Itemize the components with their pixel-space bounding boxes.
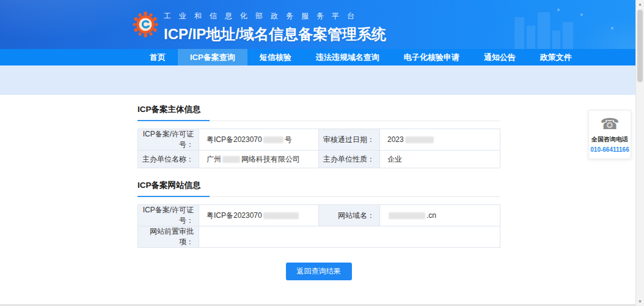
nav-item-icp-query[interactable]: ICP备案查询 (178, 49, 247, 65)
platform-title: 工业和信息化部政务服务平台 (164, 11, 386, 21)
website-license-label: ICP备案/许可证号： (138, 205, 199, 226)
website-license-prefix: 粤ICP备2023070 (207, 211, 262, 220)
website-license-value: 粤ICP备2023070 (199, 205, 319, 226)
nav-item-home[interactable]: 首页 (137, 49, 178, 65)
redacted-text (389, 212, 425, 219)
subject-info-section-head: ICP备案主体信息 (137, 103, 500, 121)
org-name-label: 主办单位名称： (138, 151, 199, 168)
header: 工业和信息化部政务服务平台 ICP/IP地址/域名信息备案管理系统 (0, 0, 644, 49)
contact-label: 全国咨询电话 (589, 135, 631, 144)
subject-license-suffix: 号 (285, 135, 292, 144)
header-decoration (574, 18, 644, 49)
website-info-table: ICP备案/许可证号： 粤ICP备2023070 网站域名： .cn 网站前置审… (137, 204, 500, 248)
pre-approval-label: 网站前置审批项： (138, 226, 199, 248)
website-info-title: ICP备案网站信息 (137, 181, 201, 190)
system-title: ICP/IP地址/域名信息备案管理系统 (164, 24, 386, 44)
domain-suffix: .cn (426, 211, 436, 220)
main-content: ICP备案主体信息 ICP备案/许可证号： 粤ICP备2023070号 审核通过… (137, 103, 500, 280)
domain-label: 网站域名： (319, 205, 380, 226)
scrollbar-thumb[interactable] (637, 10, 643, 82)
contact-box: ☎ 全国咨询电话 010-66411166 (588, 110, 631, 159)
scroll-up-arrow[interactable]: ▲ (636, 0, 644, 9)
nav-item-sms-verify[interactable]: 短信核验 (247, 49, 304, 65)
header-decoration (514, 17, 524, 49)
nav-item-notices[interactable]: 通知公告 (472, 49, 528, 65)
header-decoration (611, 27, 613, 29)
nav-item-policy-files[interactable]: 政策文件 (528, 49, 584, 65)
audit-date-prefix: 2023 (387, 135, 404, 144)
contact-phone-number: 010-66411166 (589, 146, 631, 153)
org-nature-value: 企业 (380, 151, 500, 168)
subject-license-label: ICP备案/许可证号： (138, 129, 199, 151)
org-nature-label: 主办单位性质： (319, 151, 380, 168)
redacted-text (263, 136, 284, 143)
subject-license-prefix: 粤ICP备2023070 (207, 135, 262, 144)
header-decoration (557, 9, 560, 11)
domain-value: .cn (380, 205, 500, 226)
org-name-prefix: 广州 (207, 155, 221, 163)
subject-info-title: ICP备案主体信息 (137, 105, 201, 114)
header-decoration (552, 31, 560, 49)
back-to-results-button[interactable]: 返回查询结果 (286, 263, 352, 280)
subject-info-table: ICP备案/许可证号： 粤ICP备2023070号 审核通过日期： 2023 主… (137, 129, 500, 168)
nav-item-e-verification[interactable]: 电子化核验申请 (392, 49, 472, 65)
redacted-text (263, 212, 299, 219)
telephone-icon: ☎ (589, 116, 631, 132)
scrollbar[interactable]: ▲ ▼ (635, 0, 644, 306)
gear-e-logo-icon (131, 10, 160, 39)
page: 工业和信息化部政务服务平台 ICP/IP地址/域名信息备案管理系统 首页 ICP… (0, 0, 644, 306)
org-name-value: 广州网络科技有限公司 (199, 151, 319, 168)
table-row: ICP备案/许可证号： 粤ICP备2023070 网站域名： .cn (138, 205, 500, 226)
main-nav: 首页 ICP备案查询 短信核验 违法违规域名查询 电子化核验申请 通知公告 政策… (0, 49, 644, 65)
search-band: 广州科技有限公司 搜索 (0, 65, 644, 95)
scroll-down-arrow[interactable]: ▼ (636, 297, 644, 306)
table-row: 主办单位名称： 广州网络科技有限公司 主办单位性质： 企业 (138, 151, 500, 168)
subject-license-value: 粤ICP备2023070号 (199, 129, 319, 151)
header-decoration (538, 12, 550, 49)
header-decoration (580, 13, 583, 16)
header-decoration (563, 22, 573, 49)
table-row: ICP备案/许可证号： 粤ICP备2023070号 审核通过日期： 2023 (138, 129, 500, 151)
nav-item-illegal-domain-query[interactable]: 违法违规域名查询 (304, 49, 392, 65)
redacted-text (405, 136, 434, 143)
pre-approval-value (199, 226, 500, 248)
header-decoration (527, 26, 535, 49)
redacted-text (222, 156, 240, 163)
audit-date-label: 审核通过日期： (319, 129, 380, 151)
website-info-section-head: ICP备案网站信息 (137, 179, 500, 197)
table-row: 网站前置审批项： (138, 226, 500, 248)
audit-date-value: 2023 (380, 129, 500, 151)
org-name-suffix: 网络科技有限公司 (241, 155, 300, 163)
